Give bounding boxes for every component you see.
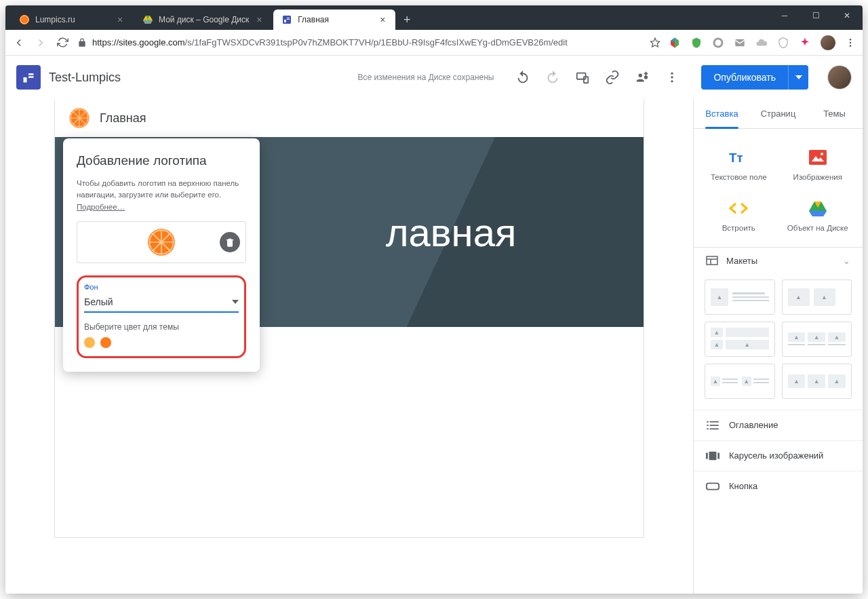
color-swatches: [84, 337, 239, 348]
layout-option[interactable]: ▲▲▲: [705, 322, 775, 357]
forward-icon[interactable]: [34, 36, 47, 50]
browser-tab[interactable]: Мой диск – Google Диск ×: [134, 9, 272, 30]
star-icon[interactable]: [650, 37, 660, 48]
profile-icon[interactable]: [821, 35, 835, 50]
svg-point-0: [20, 15, 29, 24]
option-button[interactable]: Кнопка: [694, 471, 863, 501]
carousel-icon: [706, 450, 719, 461]
publish-button[interactable]: Опубликовать: [701, 65, 788, 90]
svg-rect-40: [809, 150, 827, 165]
preview-icon[interactable]: [575, 70, 590, 85]
insert-text-box[interactable]: Tт Текстовое поле: [701, 141, 777, 189]
ext-icon[interactable]: [669, 37, 681, 49]
layout-option[interactable]: ▲: [705, 279, 775, 315]
menu-icon[interactable]: [845, 37, 856, 48]
browser-tab[interactable]: Lumpics.ru ×: [11, 9, 133, 30]
learn-more-link[interactable]: Подробнее…: [77, 203, 125, 211]
background-select[interactable]: Белый: [84, 294, 239, 313]
svg-point-18: [850, 45, 852, 47]
undo-icon[interactable]: [515, 70, 530, 85]
svg-rect-56: [706, 452, 708, 459]
popup-title: Добавление логотипа: [77, 153, 246, 168]
svg-marker-9: [650, 38, 659, 47]
svg-marker-45: [809, 211, 827, 216]
shield-icon[interactable]: [690, 37, 703, 49]
layout-option[interactable]: ▲▲: [782, 279, 852, 315]
site-title[interactable]: Test-Lumpics: [49, 71, 121, 85]
layout-option[interactable]: ▲▲▲: [782, 322, 852, 357]
svg-rect-52: [710, 425, 719, 426]
insert-embed[interactable]: Встроить: [701, 192, 777, 240]
text-icon: Tт: [729, 148, 748, 167]
publish-dropdown[interactable]: [788, 65, 808, 90]
more-icon[interactable]: [665, 70, 679, 85]
insert-image[interactable]: Изображения: [780, 141, 856, 189]
new-tab-button[interactable]: +: [397, 9, 417, 30]
delete-logo-button[interactable]: [220, 232, 240, 252]
sites-favicon-icon: [281, 14, 292, 25]
popup-description: Чтобы добавить логотип на верхнюю панель…: [77, 178, 246, 213]
page-name[interactable]: Главная: [100, 111, 146, 125]
svg-point-42: [821, 153, 823, 155]
background-label: Фон: [84, 283, 239, 291]
layouts-grid: ▲ ▲▲ ▲▲▲ ▲▲▲ ▲▲ ▲▲▲: [694, 274, 863, 410]
svg-point-26: [671, 80, 673, 82]
svg-rect-55: [709, 452, 717, 461]
svg-rect-54: [710, 428, 719, 429]
adblock-icon[interactable]: [777, 37, 789, 49]
browser-tab-strip: Lumpics.ru × Мой диск – Google Диск × Гл…: [5, 5, 863, 30]
user-avatar[interactable]: [827, 65, 852, 90]
sites-logo-icon[interactable]: [16, 65, 41, 90]
share-icon[interactable]: [635, 70, 650, 85]
tab-insert[interactable]: Вставка: [694, 99, 750, 128]
link-icon[interactable]: [605, 70, 620, 85]
layout-option[interactable]: ▲▲: [705, 364, 775, 399]
url-field[interactable]: https://sites.google.com/s/1faFgTWSXDCvR…: [77, 37, 642, 47]
svg-point-24: [671, 73, 673, 75]
close-icon[interactable]: ×: [115, 15, 125, 24]
layout-option[interactable]: ▲▲▲: [782, 364, 852, 399]
mail-icon[interactable]: [734, 37, 746, 49]
back-icon[interactable]: [12, 36, 26, 50]
svg-marker-11: [675, 37, 679, 47]
site-logo-icon[interactable]: [68, 107, 90, 129]
tab-pages[interactable]: Страниц: [750, 99, 806, 128]
color-swatch-dark[interactable]: [100, 337, 111, 348]
svg-rect-58: [707, 483, 719, 489]
orange-favicon-icon: [19, 14, 30, 25]
close-icon[interactable]: ×: [254, 15, 264, 24]
tab-themes[interactable]: Темы: [806, 99, 863, 128]
option-carousel[interactable]: Карусель изображений: [694, 440, 863, 471]
insert-drive[interactable]: Объект на Диске: [780, 192, 856, 240]
hero-text[interactable]: лавная: [386, 210, 517, 255]
layouts-header[interactable]: Макеты ⌄: [694, 247, 863, 274]
tab-title: Lumpics.ru: [35, 15, 110, 24]
globe-icon[interactable]: [712, 37, 724, 49]
maximize-icon[interactable]: ☐: [800, 5, 831, 26]
site-canvas[interactable]: Главная лавная Добавление логотипа Чтобы…: [54, 99, 644, 538]
close-icon[interactable]: ×: [378, 15, 387, 24]
option-toc[interactable]: Оглавление: [694, 410, 863, 440]
highlighted-controls: Фон Белый Выберите цвет для темы: [77, 275, 246, 358]
site-topbar[interactable]: Главная: [55, 99, 644, 137]
select-value: Белый: [84, 296, 113, 307]
logo-image: [146, 227, 176, 257]
svg-rect-51: [707, 425, 709, 426]
spark-icon[interactable]: [799, 37, 811, 49]
svg-point-25: [671, 76, 673, 78]
svg-rect-53: [707, 428, 709, 429]
extensions: [669, 35, 856, 50]
svg-rect-46: [707, 256, 717, 265]
color-swatch-light[interactable]: [84, 337, 95, 348]
logo-preview[interactable]: [77, 221, 246, 263]
browser-tab-active[interactable]: Главная ×: [273, 9, 395, 30]
svg-rect-57: [717, 452, 719, 459]
cloud-icon[interactable]: [755, 37, 768, 49]
chevron-icon: ⌄: [843, 256, 850, 266]
close-window-icon[interactable]: ✕: [831, 5, 863, 26]
svg-rect-21: [28, 76, 34, 78]
minimize-icon[interactable]: ─: [769, 5, 800, 26]
reload-icon[interactable]: [56, 36, 69, 50]
svg-rect-49: [707, 421, 709, 423]
redo-icon[interactable]: [545, 70, 560, 85]
